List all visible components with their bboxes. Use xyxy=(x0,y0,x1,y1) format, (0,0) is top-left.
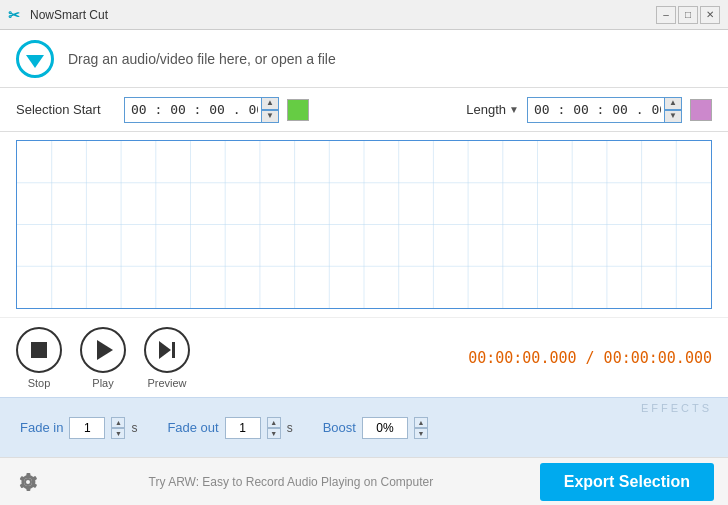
stop-button[interactable]: Stop xyxy=(16,327,62,389)
boost-down[interactable]: ▼ xyxy=(414,428,428,439)
fade-out-up[interactable]: ▲ xyxy=(267,417,281,428)
length-input[interactable] xyxy=(527,97,682,123)
boost-spinner: ▲ ▼ xyxy=(414,417,428,439)
selection-start-spinner: ▲ ▼ xyxy=(261,97,279,123)
download-icon xyxy=(26,55,44,68)
fade-in-down[interactable]: ▼ xyxy=(111,428,125,439)
selection-start-label: Selection Start xyxy=(16,102,116,117)
transport-controls: Stop Play Preview xyxy=(16,327,190,389)
length-up[interactable]: ▲ xyxy=(664,97,682,110)
boost-input[interactable] xyxy=(362,417,408,439)
waveform-grid-svg xyxy=(17,141,711,308)
length-color[interactable] xyxy=(690,99,712,121)
fade-out-down[interactable]: ▼ xyxy=(267,428,281,439)
fade-out-label: Fade out xyxy=(167,420,218,435)
stop-label: Stop xyxy=(28,377,51,389)
length-spinner: ▲ ▼ xyxy=(664,97,682,123)
preview-button[interactable]: Preview xyxy=(144,327,190,389)
play-icon xyxy=(97,340,113,360)
play-circle xyxy=(80,327,126,373)
drop-area[interactable]: Drag an audio/video file here, or open a… xyxy=(0,30,728,88)
close-button[interactable]: ✕ xyxy=(700,6,720,24)
length-chevron-icon: ▼ xyxy=(509,104,519,115)
selection-start-input-group: ▲ ▼ xyxy=(124,97,279,123)
fade-in-label: Fade in xyxy=(20,420,63,435)
waveform-area[interactable] xyxy=(0,132,728,317)
length-input-group: ▲ ▼ xyxy=(527,97,682,123)
title-bar: ✂ NowSmart Cut – □ ✕ xyxy=(0,0,728,30)
maximize-button[interactable]: □ xyxy=(678,6,698,24)
app-icon: ✂ xyxy=(8,7,24,23)
stop-circle xyxy=(16,327,62,373)
settings-button[interactable] xyxy=(14,468,42,496)
gear-icon xyxy=(17,471,39,493)
fade-in-input[interactable] xyxy=(69,417,105,439)
minimize-button[interactable]: – xyxy=(656,6,676,24)
fade-out-group: Fade out ▲ ▼ s xyxy=(167,417,292,439)
fade-out-spinner: ▲ ▼ xyxy=(267,417,281,439)
play-button[interactable]: Play xyxy=(80,327,126,389)
length-down[interactable]: ▼ xyxy=(664,110,682,123)
time-display: 00:00:00.000 / 00:00:00.000 xyxy=(468,349,712,367)
selection-start-input[interactable] xyxy=(124,97,279,123)
length-dropdown[interactable]: Length ▼ xyxy=(466,102,519,117)
app-title: NowSmart Cut xyxy=(30,8,656,22)
promo-text: Try ARW: Easy to Record Audio Playing on… xyxy=(42,475,540,489)
fade-in-unit: s xyxy=(131,421,137,435)
selection-start-down[interactable]: ▼ xyxy=(261,110,279,123)
drop-instruction: Drag an audio/video file here, or open a… xyxy=(68,51,336,67)
fade-in-spinner: ▲ ▼ xyxy=(111,417,125,439)
effects-row: EFFECTS Fade in ▲ ▼ s Fade out ▲ ▼ s Boo… xyxy=(0,397,728,457)
preview-label: Preview xyxy=(147,377,186,389)
status-bar: Try ARW: Easy to Record Audio Playing on… xyxy=(0,457,728,505)
boost-group: Boost ▲ ▼ xyxy=(323,417,428,439)
preview-circle xyxy=(144,327,190,373)
selection-start-color[interactable] xyxy=(287,99,309,121)
controls-row: Stop Play Preview 00:00:00.000 / 00:00:0… xyxy=(0,317,728,397)
preview-bar-part xyxy=(172,342,175,358)
fade-out-input[interactable] xyxy=(225,417,261,439)
selection-start-up[interactable]: ▲ xyxy=(261,97,279,110)
fade-in-up[interactable]: ▲ xyxy=(111,417,125,428)
boost-label: Boost xyxy=(323,420,356,435)
fade-in-group: Fade in ▲ ▼ s xyxy=(20,417,137,439)
boost-up[interactable]: ▲ xyxy=(414,417,428,428)
fade-out-unit: s xyxy=(287,421,293,435)
waveform-canvas[interactable] xyxy=(16,140,712,309)
export-button[interactable]: Export Selection xyxy=(540,463,714,501)
stop-icon xyxy=(31,342,47,358)
preview-play-part xyxy=(159,341,171,359)
preview-icon xyxy=(159,341,175,359)
window-controls: – □ ✕ xyxy=(656,6,720,24)
play-label: Play xyxy=(92,377,113,389)
app-logo xyxy=(16,40,54,78)
selection-row: Selection Start ▲ ▼ Length ▼ ▲ ▼ xyxy=(0,88,728,132)
effects-watermark: EFFECTS xyxy=(641,402,712,414)
